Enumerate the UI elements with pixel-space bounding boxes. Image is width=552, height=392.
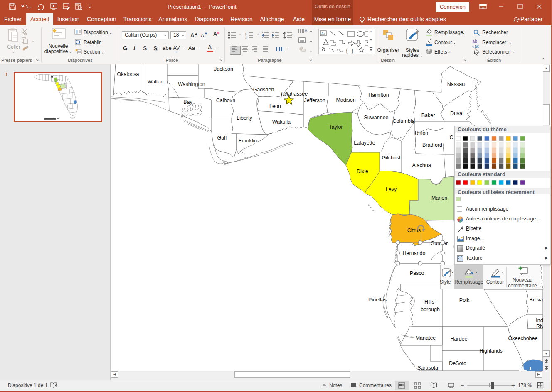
- svg-text:Liberty: Liberty: [237, 115, 252, 121]
- svg-text:Brevar: Brevar: [530, 297, 543, 303]
- svg-text:Sarasota: Sarasota: [417, 365, 438, 371]
- svg-text:3: 3: [245, 37, 247, 39]
- svg-text:Dixie: Dixie: [357, 169, 368, 174]
- svg-text:C: C: [449, 135, 453, 140]
- svg-text:Jefferson: Jefferson: [304, 98, 325, 103]
- svg-text:Riv: Riv: [536, 323, 543, 329]
- svg-text:Okaloosa: Okaloosa: [117, 71, 139, 77]
- svg-text:Gulf: Gulf: [217, 135, 227, 141]
- svg-text:A: A: [305, 28, 307, 32]
- svg-text:Polk: Polk: [459, 297, 470, 303]
- svg-text:Madison: Madison: [336, 97, 355, 103]
- svg-text:Union: Union: [415, 130, 429, 136]
- svg-text:Hernando: Hernando: [403, 250, 426, 256]
- svg-text:Nassau: Nassau: [447, 81, 465, 87]
- svg-text:Alachua: Alachua: [412, 162, 431, 168]
- svg-text:Calhoun: Calhoun: [216, 98, 236, 103]
- svg-text:Ind: Ind: [536, 318, 543, 323]
- svg-text:Washington: Washington: [178, 81, 205, 87]
- svg-text:Duval: Duval: [450, 110, 463, 116]
- svg-text:Jackson: Jackson: [214, 66, 233, 72]
- svg-text:Taylor: Taylor: [329, 124, 343, 130]
- svg-text:Manatee: Manatee: [416, 335, 436, 341]
- svg-text:Columbia: Columbia: [393, 118, 415, 124]
- svg-text:Bay: Bay: [183, 99, 192, 105]
- svg-text:Highlands: Highlands: [479, 348, 503, 354]
- svg-text:DeSoto: DeSoto: [449, 360, 466, 366]
- svg-text:Lafayette: Lafayette: [354, 140, 375, 146]
- svg-text:Gadsden: Gadsden: [253, 87, 274, 93]
- svg-text:Levy: Levy: [386, 186, 397, 192]
- svg-text:borough: borough: [421, 306, 440, 312]
- svg-text:{: {: [346, 47, 348, 54]
- svg-text:Suwannee: Suwannee: [364, 115, 388, 120]
- svg-text:Hills-: Hills-: [424, 299, 436, 305]
- svg-text:Marion: Marion: [431, 195, 447, 201]
- svg-text:Okeechobee: Okeechobee: [508, 336, 538, 341]
- svg-text:Pasco: Pasco: [410, 270, 424, 276]
- svg-text:Gilchrist: Gilchrist: [382, 155, 401, 161]
- svg-text:Citrus: Citrus: [407, 228, 421, 233]
- svg-text:Baker: Baker: [421, 113, 435, 118]
- svg-text:Leon: Leon: [269, 103, 281, 109]
- svg-text:Franklin: Franklin: [239, 138, 257, 144]
- svg-text:Hardee: Hardee: [451, 336, 468, 342]
- svg-text:Pinellas: Pinellas: [368, 297, 387, 303]
- svg-text:Sumter: Sumter: [431, 240, 448, 246]
- svg-text:}: }: [352, 47, 354, 54]
- svg-text:Hamilton: Hamilton: [368, 92, 389, 98]
- svg-text:Bradford: Bradford: [422, 142, 442, 148]
- svg-text:Wakulla: Wakulla: [272, 119, 291, 125]
- svg-text:Tallahassee: Tallahassee: [280, 91, 308, 97]
- svg-text:Walton: Walton: [148, 79, 163, 85]
